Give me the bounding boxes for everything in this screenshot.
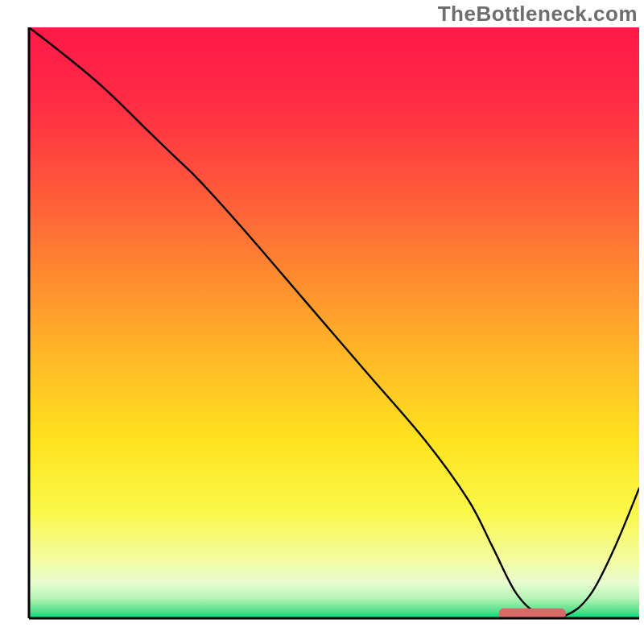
- gradient-background: [29, 27, 639, 618]
- bottleneck-chart: [0, 0, 644, 644]
- watermark-text: TheBottleneck.com: [438, 2, 638, 27]
